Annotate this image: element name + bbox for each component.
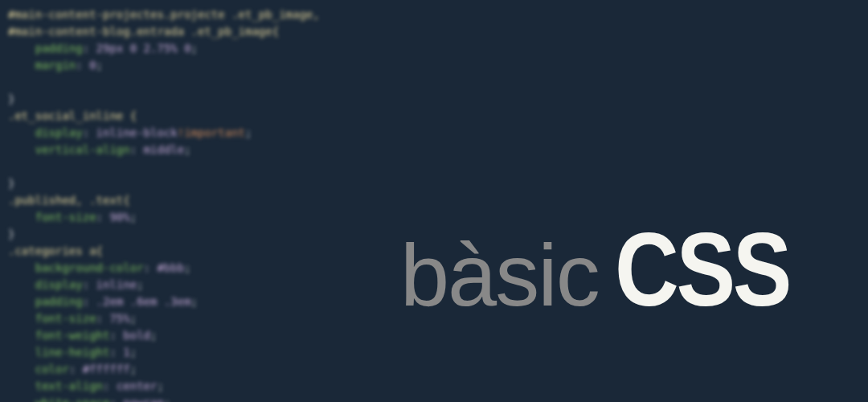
title-container: bàsic CSS bbox=[400, 209, 820, 330]
css-brace: } bbox=[8, 228, 14, 240]
css-property: font-size bbox=[35, 312, 96, 325]
css-brace: } bbox=[8, 92, 14, 105]
css-selector: .categories a{ bbox=[8, 244, 103, 257]
css-property: font-weight bbox=[35, 329, 110, 342]
css-value: 1 bbox=[123, 346, 129, 359]
css-value: center bbox=[117, 379, 158, 392]
title-word-css: CSS bbox=[615, 209, 789, 330]
css-value: inline bbox=[96, 278, 137, 291]
css-value: .2em .6em .3em bbox=[96, 295, 191, 308]
css-property: padding bbox=[35, 42, 83, 55]
css-value: 90% bbox=[109, 211, 129, 224]
css-value: 29px 0 2.75% 0 bbox=[96, 42, 191, 55]
css-property: text-align bbox=[35, 379, 103, 392]
css-property: font-size bbox=[35, 211, 96, 224]
css-selector: .published, .text{ bbox=[8, 194, 130, 207]
code-background: #main-content-projectes.projecte .et_pb_… bbox=[8, 6, 320, 402]
css-value: nowrap bbox=[123, 396, 164, 402]
css-value: bold bbox=[123, 329, 150, 342]
css-property: vertical-align bbox=[35, 143, 130, 156]
css-selector: .et_social_inline { bbox=[8, 109, 137, 122]
css-selector: #main-content-blog.entrada .et_pb_image{ bbox=[8, 25, 279, 38]
css-value: #ffffff bbox=[83, 363, 130, 375]
css-property: display bbox=[35, 126, 83, 139]
css-property: display bbox=[35, 278, 83, 291]
css-value: 0 bbox=[89, 59, 96, 72]
css-property: margin bbox=[35, 59, 76, 72]
css-value: 75% bbox=[109, 312, 129, 325]
css-property: background-color bbox=[35, 261, 144, 274]
css-property: color bbox=[35, 363, 69, 375]
css-property: padding bbox=[35, 295, 83, 308]
css-value: #bbb bbox=[157, 261, 184, 274]
css-value: middle bbox=[144, 143, 185, 156]
css-brace: } bbox=[8, 177, 14, 190]
css-important: !important bbox=[178, 126, 245, 139]
css-selector: #main-content-projectes.projecte .et_pb_… bbox=[8, 8, 320, 21]
title-word-basic: bàsic bbox=[400, 224, 599, 326]
css-property: white-space bbox=[35, 396, 110, 402]
css-property: line-height bbox=[35, 346, 110, 359]
css-value: inline-block bbox=[96, 126, 178, 139]
